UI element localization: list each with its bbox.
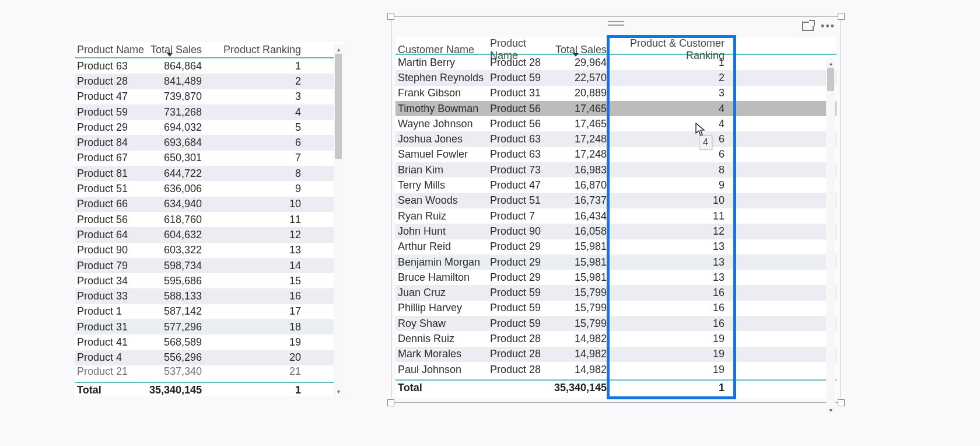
table-row[interactable]: Frank GibsonProduct 3120,8893 bbox=[396, 86, 836, 101]
resize-handle-tl[interactable] bbox=[387, 13, 394, 20]
vertical-scrollbar[interactable]: ▴ ▾ bbox=[826, 58, 835, 414]
drag-handle-icon[interactable] bbox=[608, 21, 624, 26]
table-row[interactable]: Product 28841,4892 bbox=[75, 74, 343, 89]
table-row[interactable]: Product 51636,0069 bbox=[75, 181, 343, 196]
col-total-sales[interactable]: Total Sales bbox=[148, 44, 212, 56]
table-row[interactable]: John HuntProduct 9016,05812 bbox=[396, 224, 836, 239]
cell-rank: 13 bbox=[608, 271, 734, 284]
cell-rank: 19 bbox=[608, 348, 734, 360]
table-row[interactable]: Ryan RuizProduct 716,43411 bbox=[396, 208, 836, 224]
scrollbar-thumb[interactable] bbox=[335, 54, 342, 159]
col-customer-name[interactable]: Customer Name bbox=[398, 44, 490, 56]
table-row[interactable]: Juan CruzProduct 5915,79916 bbox=[396, 285, 836, 300]
cell-sales: 14,982 bbox=[554, 333, 608, 345]
cell-product: Product 63 bbox=[490, 148, 554, 161]
table-row[interactable]: Mark MoralesProduct 2814,98219 bbox=[396, 347, 836, 362]
table-row[interactable]: Timothy BowmanProduct 5617,4654 bbox=[396, 101, 836, 116]
cell-product: Product 90 bbox=[77, 244, 148, 256]
resize-handle-br[interactable] bbox=[838, 399, 845, 406]
table-row[interactable]: Product 31577,29618 bbox=[75, 319, 343, 334]
table-row[interactable]: Product 59731,2684 bbox=[75, 104, 343, 120]
table-row[interactable]: Paul JohnsonProduct 2814,98219 bbox=[396, 362, 836, 377]
table-row[interactable]: Bruce HamiltonProduct 2915,98113 bbox=[396, 270, 836, 285]
table-row[interactable]: Product 56618,76011 bbox=[75, 212, 343, 227]
col-product-name[interactable]: Product Name bbox=[77, 44, 148, 56]
table-total-row: Total 35,340,145 1 bbox=[396, 379, 836, 395]
table-row[interactable]: Samuel FowlerProduct 6317,2486 bbox=[396, 147, 836, 162]
table-header[interactable]: Product Name Total Sales Product Ranking bbox=[75, 42, 343, 58]
table-row[interactable]: Product 81644,7228 bbox=[75, 166, 343, 181]
table-row[interactable]: Product 66634,94010 bbox=[75, 197, 343, 212]
resize-handle-tr[interactable] bbox=[838, 13, 845, 20]
scroll-up-icon[interactable]: ▴ bbox=[826, 58, 835, 68]
table-header[interactable]: Customer Name Product Name Total Sales P… bbox=[396, 37, 836, 55]
table-row[interactable]: Brian KimProduct 7316,9838 bbox=[396, 162, 836, 177]
table-row[interactable]: Product 90603,32213 bbox=[75, 243, 343, 258]
total-sales: 35,340,145 bbox=[148, 384, 212, 396]
product-ranking-table[interactable]: Product Name Total Sales Product Ranking… bbox=[75, 42, 343, 396]
table-row[interactable]: Product 29694,0325 bbox=[75, 120, 343, 135]
cell-sales: 598,734 bbox=[148, 260, 212, 272]
table-row[interactable]: Product 84693,6846 bbox=[75, 135, 343, 150]
table-row[interactable]: Arthur ReidProduct 2915,98113 bbox=[396, 239, 836, 255]
scrollbar-track[interactable] bbox=[826, 68, 835, 405]
cell-rank: 1 bbox=[212, 60, 312, 72]
cell-sales: 739,870 bbox=[148, 90, 212, 103]
table-row[interactable]: Sean WoodsProduct 5116,73710 bbox=[396, 193, 836, 208]
table-row[interactable]: Product 64604,63212 bbox=[75, 227, 343, 242]
scroll-down-icon[interactable]: ▾ bbox=[826, 405, 835, 414]
table-body[interactable]: Martin BerryProduct 2829,9641Stephen Rey… bbox=[396, 55, 836, 379]
resize-handle-bl[interactable] bbox=[387, 399, 394, 406]
focus-mode-icon[interactable] bbox=[802, 22, 814, 31]
total-label: Total bbox=[398, 382, 490, 394]
table-row[interactable]: Product 21537,34021 bbox=[75, 365, 343, 377]
table-row[interactable]: Terry MillsProduct 4716,8709 bbox=[396, 177, 836, 193]
cell-product: Product 31 bbox=[490, 87, 554, 99]
table-row[interactable]: Product 1587,14217 bbox=[75, 304, 343, 319]
cell-rank: 2 bbox=[608, 72, 734, 84]
cell-customer: Juan Cruz bbox=[398, 287, 490, 299]
cell-rank: 4 bbox=[608, 118, 734, 130]
table-row[interactable]: Benjamin MorganProduct 2915,98113 bbox=[396, 255, 836, 270]
customer-product-ranking-table[interactable]: Customer Name Product Name Total Sales P… bbox=[396, 37, 836, 398]
vertical-scrollbar[interactable]: ▴ ▾ bbox=[334, 44, 343, 396]
table-row[interactable]: Product 4556,29620 bbox=[75, 350, 343, 365]
cell-customer: Paul Johnson bbox=[398, 364, 490, 376]
cell-customer: Arthur Reid bbox=[398, 241, 490, 253]
cell-product: Product 59 bbox=[490, 302, 554, 314]
table-row[interactable]: Stephen ReynoldsProduct 5922,5702 bbox=[396, 70, 836, 85]
more-options-icon[interactable]: ••• bbox=[821, 20, 835, 32]
cell-sales: 15,981 bbox=[554, 256, 608, 269]
scroll-up-icon[interactable]: ▴ bbox=[334, 44, 343, 54]
table-row[interactable]: Roy ShawProduct 5915,79916 bbox=[396, 316, 836, 331]
cell-sales: 14,982 bbox=[554, 364, 608, 376]
table-row[interactable]: Wayne JohnsonProduct 5617,4654 bbox=[396, 116, 836, 131]
scroll-down-icon[interactable]: ▾ bbox=[334, 386, 343, 396]
cell-rank: 10 bbox=[212, 198, 312, 210]
table-row[interactable]: Joshua JonesProduct 6317,2486 bbox=[396, 131, 836, 147]
table-row[interactable]: Product 79598,73414 bbox=[75, 258, 343, 273]
cell-sales: 16,983 bbox=[554, 164, 608, 176]
cell-rank: 19 bbox=[608, 364, 734, 376]
cell-product: Product 51 bbox=[77, 183, 148, 195]
cell-rank: 15 bbox=[212, 275, 312, 287]
cell-sales: 618,760 bbox=[148, 214, 212, 226]
table-row[interactable]: Product 67650,3017 bbox=[75, 151, 343, 166]
table-row[interactable]: Dennis RuizProduct 2814,98219 bbox=[396, 331, 836, 346]
table-row[interactable]: Product 33588,13316 bbox=[75, 288, 343, 304]
table-row[interactable]: Product 34595,68615 bbox=[75, 273, 343, 288]
cell-product: Product 29 bbox=[490, 241, 554, 253]
scrollbar-track[interactable] bbox=[334, 54, 343, 386]
table-body[interactable]: Product 63864,8641Product 28841,4892Prod… bbox=[75, 58, 343, 382]
table-row[interactable]: Product 47739,8703 bbox=[75, 89, 343, 104]
table-row[interactable]: Product 41568,58919 bbox=[75, 334, 343, 350]
table-row[interactable]: Phillip HarveyProduct 5915,79916 bbox=[396, 301, 836, 316]
table-row[interactable]: Product 63864,8641 bbox=[75, 58, 343, 74]
table-row[interactable]: Martin BerryProduct 2829,9641 bbox=[396, 55, 836, 70]
customer-product-ranking-visual[interactable]: ••• Customer Name Product Name Total Sal… bbox=[391, 16, 841, 403]
col-total-sales[interactable]: Total Sales bbox=[554, 44, 608, 56]
col-product-ranking[interactable]: Product Ranking bbox=[212, 44, 312, 56]
scrollbar-thumb[interactable] bbox=[827, 68, 834, 91]
cell-customer: Mark Morales bbox=[398, 348, 490, 360]
cell-product: Product 64 bbox=[77, 229, 148, 241]
